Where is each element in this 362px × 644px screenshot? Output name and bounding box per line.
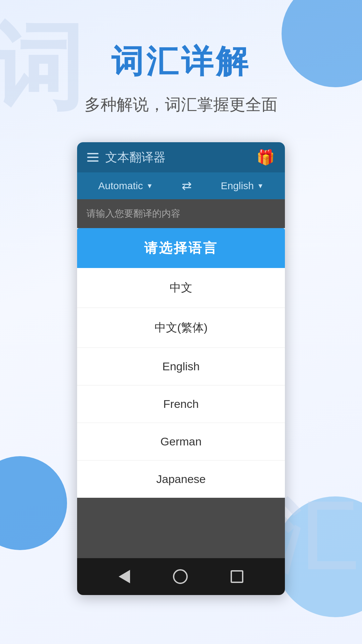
dialog-header: 请选择语言 xyxy=(77,228,285,268)
nav-recent-button[interactable] xyxy=(231,570,243,583)
menu-icon[interactable] xyxy=(87,153,99,162)
source-lang-dropdown-icon: ▼ xyxy=(146,182,153,190)
hamburger-line-1 xyxy=(87,153,99,154)
target-lang-dropdown-icon: ▼ xyxy=(257,182,264,190)
language-item-zh-tw[interactable]: 中文(繁体) xyxy=(77,308,285,348)
language-select-dialog: 请选择语言 中文中文(繁体)EnglishFrenchGermanJapanes… xyxy=(77,228,285,498)
app-bottom-area xyxy=(77,498,285,558)
language-item-ja[interactable]: Japanese xyxy=(77,461,285,498)
gift-icon[interactable]: 🎁 xyxy=(256,149,275,166)
language-item-en[interactable]: English xyxy=(77,348,285,385)
nav-home-icon xyxy=(173,569,188,584)
nav-back-button[interactable] xyxy=(119,570,130,583)
input-placeholder: 请输入您要翻译的内容 xyxy=(86,208,180,219)
toolbar-title: 文本翻译器 xyxy=(105,149,166,166)
nav-back-icon xyxy=(119,570,130,583)
toolbar-left: 文本翻译器 xyxy=(87,149,166,166)
hamburger-line-3 xyxy=(87,160,99,162)
language-item-zh[interactable]: 中文 xyxy=(77,268,285,308)
hamburger-line-2 xyxy=(87,157,99,158)
dialog-title: 请选择语言 xyxy=(144,240,218,255)
language-list: 中文中文(繁体)EnglishFrenchGermanJapanese xyxy=(77,268,285,498)
target-lang-button[interactable]: English ▼ xyxy=(221,180,264,192)
nav-home-button[interactable] xyxy=(173,569,188,584)
target-lang-label: English xyxy=(221,180,254,192)
source-lang-label: Automatic xyxy=(98,180,143,192)
language-item-de[interactable]: German xyxy=(77,423,285,461)
nav-bar xyxy=(77,558,285,595)
translation-input-area[interactable]: 请输入您要翻译的内容 xyxy=(77,199,285,228)
page-sub-title: 多种解说，词汇掌握更全面 xyxy=(84,94,278,115)
source-lang-button[interactable]: Automatic ▼ xyxy=(98,180,153,192)
app-toolbar: 文本翻译器 🎁 xyxy=(77,142,285,172)
app-frame: 文本翻译器 🎁 Automatic ▼ ⇄ English ▼ 请输入您要翻译的… xyxy=(77,142,285,595)
language-item-fr[interactable]: French xyxy=(77,385,285,423)
page-main-title: 词汇详解 xyxy=(111,40,251,84)
nav-recent-icon xyxy=(231,570,243,583)
lang-selector-bar: Automatic ▼ ⇄ English ▼ xyxy=(77,172,285,199)
swap-icon[interactable]: ⇄ xyxy=(182,179,192,193)
